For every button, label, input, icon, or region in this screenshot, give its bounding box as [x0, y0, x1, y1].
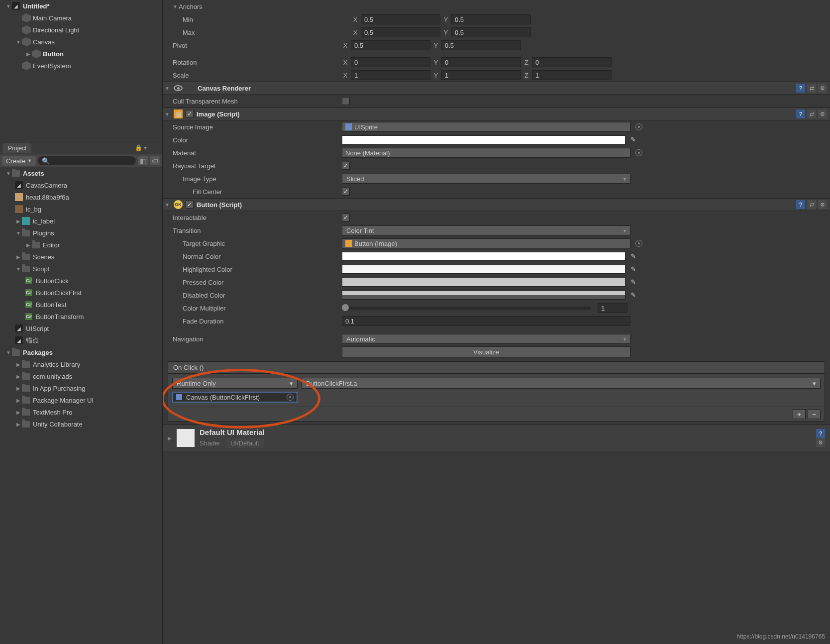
- scale-z-input[interactable]: [532, 70, 612, 80]
- gear-icon[interactable]: ⚙: [818, 200, 827, 209]
- rot-z-input[interactable]: [532, 57, 612, 67]
- package-item[interactable]: ▶In App Purchasing: [0, 382, 162, 394]
- asset-item[interactable]: ◢UIScript: [0, 322, 162, 334]
- package-item[interactable]: ▶TextMesh Pro: [0, 406, 162, 418]
- min-y-input[interactable]: [451, 14, 531, 24]
- asset-item[interactable]: ◢锚点: [0, 334, 162, 346]
- max-x-input[interactable]: [361, 27, 440, 37]
- canvas-renderer-header[interactable]: ▼ Canvas Renderer ?⇄⚙: [163, 82, 830, 95]
- fold-icon[interactable]: ▼: [5, 3, 12, 9]
- button-component-header[interactable]: ▼ OK Button (Script) ?⇄⚙: [163, 198, 830, 211]
- project-search[interactable]: 🔍: [38, 156, 136, 165]
- normal-color-swatch[interactable]: [342, 252, 625, 261]
- transition-dropdown[interactable]: Color Tint▾: [342, 225, 630, 235]
- package-item[interactable]: ▶Analytics Library: [0, 358, 162, 370]
- hierarchy-item[interactable]: Directional Light: [0, 24, 162, 36]
- callback-dropdown[interactable]: ButtonClickFIrst.a▾: [302, 378, 821, 389]
- rot-y-input[interactable]: [441, 57, 521, 67]
- visualize-button[interactable]: Visualize: [342, 346, 630, 357]
- scene-row[interactable]: ▼ ◢ Untitled*: [0, 0, 162, 12]
- fold-icon[interactable]: ▼: [165, 86, 171, 91]
- multiplier-value[interactable]: [598, 303, 627, 313]
- object-picker-icon[interactable]: [287, 394, 294, 401]
- fold-icon[interactable]: ▼: [165, 111, 171, 117]
- fold-icon[interactable]: ▶: [25, 51, 32, 57]
- lock-icon[interactable]: 🔒 ▾: [135, 144, 147, 151]
- image-type-dropdown[interactable]: Sliced▾: [342, 174, 630, 184]
- assets-folder[interactable]: ▼Assets: [0, 167, 162, 179]
- gear-icon[interactable]: ⚙: [818, 109, 827, 118]
- asset-item[interactable]: ic_bg: [0, 203, 162, 215]
- image-component-header[interactable]: ▼ ▦ Image (Script) ?⇄⚙: [163, 107, 830, 120]
- runtime-dropdown[interactable]: Runtime Only▾: [172, 378, 298, 389]
- folder-editor[interactable]: ▶Editor: [0, 239, 162, 251]
- asset-item[interactable]: head.88ba9f6a: [0, 191, 162, 203]
- package-item[interactable]: ▶Package Manager UI: [0, 394, 162, 406]
- eyedropper-icon[interactable]: ✎: [630, 265, 638, 273]
- help-icon[interactable]: ?: [796, 84, 805, 93]
- object-picker-icon[interactable]: [635, 123, 642, 130]
- disabled-color-swatch[interactable]: [342, 291, 625, 300]
- hierarchy-item[interactable]: EventSystem: [0, 60, 162, 72]
- eyedropper-icon[interactable]: ✎: [630, 136, 638, 144]
- source-image-field[interactable]: UISprite: [342, 122, 630, 132]
- help-icon[interactable]: ?: [816, 429, 825, 438]
- hierarchy-item[interactable]: ▼Canvas: [0, 36, 162, 48]
- script-item[interactable]: C#ButtonClickFIrst: [0, 287, 162, 299]
- fill-center-checkbox[interactable]: [342, 188, 350, 196]
- packages-folder[interactable]: ▼Packages: [0, 346, 162, 358]
- package-item[interactable]: ▶Unity Collaborate: [0, 418, 162, 430]
- scale-y-input[interactable]: [441, 70, 521, 80]
- highlighted-color-swatch[interactable]: [342, 265, 625, 274]
- eyedropper-icon[interactable]: ✎: [630, 291, 638, 299]
- asset-item[interactable]: ▶ic_label: [0, 215, 162, 227]
- script-item[interactable]: C#ButtonTest: [0, 299, 162, 311]
- project-tab[interactable]: Project: [3, 143, 31, 153]
- raycast-checkbox[interactable]: [342, 162, 350, 170]
- multiplier-slider[interactable]: [342, 307, 591, 310]
- button-enabled-checkbox[interactable]: [186, 201, 194, 209]
- min-x-input[interactable]: [361, 14, 440, 24]
- material-field[interactable]: None (Material): [342, 148, 630, 158]
- save-icon[interactable]: 🏷: [150, 156, 160, 165]
- pivot-y-input[interactable]: [441, 40, 521, 50]
- add-event-button[interactable]: +: [793, 409, 806, 419]
- cull-checkbox[interactable]: [342, 97, 350, 105]
- help-icon[interactable]: ?: [796, 109, 805, 118]
- hierarchy-item-button[interactable]: ▶Button: [0, 48, 162, 60]
- filter-icon[interactable]: ◧: [138, 156, 148, 165]
- pressed-color-swatch[interactable]: [342, 278, 625, 287]
- folder-plugins[interactable]: ▼Plugins: [0, 227, 162, 239]
- navigation-dropdown[interactable]: Automatic▾: [342, 334, 630, 344]
- object-picker-icon[interactable]: [635, 149, 642, 156]
- script-item[interactable]: C#ButtonClick: [0, 275, 162, 287]
- rot-x-input[interactable]: [351, 57, 430, 67]
- fade-duration-input[interactable]: [342, 316, 630, 326]
- asset-item[interactable]: ◢CavasCamera: [0, 179, 162, 191]
- max-y-input[interactable]: [451, 27, 531, 37]
- scale-x-input[interactable]: [351, 70, 430, 80]
- remove-event-button[interactable]: −: [808, 409, 821, 419]
- pivot-x-input[interactable]: [351, 40, 430, 50]
- object-picker-icon[interactable]: [635, 240, 642, 247]
- preset-icon[interactable]: ⇄: [807, 200, 816, 209]
- image-color-swatch[interactable]: [342, 135, 625, 144]
- eyedropper-icon[interactable]: ✎: [630, 252, 638, 260]
- fold-icon[interactable]: ▼: [15, 39, 22, 45]
- event-target-object[interactable]: Canvas (ButtonClickFIrst): [172, 392, 298, 403]
- gear-icon[interactable]: ⚙: [816, 438, 825, 447]
- preset-icon[interactable]: ⇄: [807, 84, 816, 93]
- folder-script[interactable]: ▼Script: [0, 263, 162, 275]
- image-enabled-checkbox[interactable]: [186, 110, 194, 118]
- package-item[interactable]: ▶com.unity.ads: [0, 370, 162, 382]
- help-icon[interactable]: ?: [796, 200, 805, 209]
- interactable-checkbox[interactable]: [342, 214, 350, 221]
- eyedropper-icon[interactable]: ✎: [630, 278, 638, 286]
- target-graphic-field[interactable]: Button (Image): [342, 238, 630, 248]
- gear-icon[interactable]: ⚙: [818, 84, 827, 93]
- fold-icon[interactable]: ▶: [168, 435, 172, 441]
- shader-dropdown[interactable]: UI/Default: [225, 438, 264, 448]
- create-button[interactable]: Create ▼: [2, 156, 36, 166]
- folder-scenes[interactable]: ▶Scenes: [0, 251, 162, 263]
- fold-icon[interactable]: ▼: [173, 4, 179, 9]
